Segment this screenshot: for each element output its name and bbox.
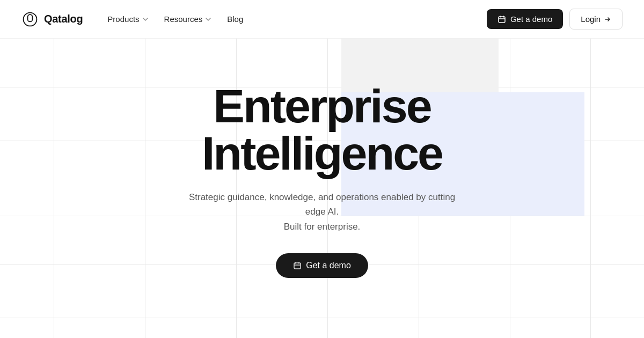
hero-subtitle-line1: Strategic guidance, knowledge, and opera…	[189, 192, 455, 217]
nav-resources[interactable]: Resources	[159, 11, 218, 27]
login-arrow-icon	[604, 16, 611, 23]
nav-calendar-icon	[497, 15, 506, 24]
nav-products-label: Products	[107, 14, 139, 24]
nav-resources-label: Resources	[164, 14, 203, 24]
hero-calendar-icon	[293, 261, 302, 270]
nav-login-label: Login	[581, 14, 601, 24]
qatalog-logo-icon	[21, 11, 39, 28]
hero-subtitle: Strategic guidance, knowledge, and opera…	[182, 190, 462, 234]
nav-blog[interactable]: Blog	[222, 11, 248, 27]
logo[interactable]: Qatalog	[21, 11, 83, 28]
logo-text: Qatalog	[44, 13, 83, 25]
hero-subtitle-line2: Built for enterprise.	[284, 222, 361, 232]
hero-title: Enterprise Intelligence	[202, 83, 442, 177]
hero-get-demo-label: Get a demo	[306, 261, 351, 270]
svg-rect-1	[294, 263, 301, 269]
nav-links: Products Resources Blog	[102, 11, 248, 27]
nav-products[interactable]: Products	[102, 11, 154, 27]
hero-section: Enterprise Intelligence Strategic guidan…	[0, 39, 644, 338]
nav-get-demo-button[interactable]: Get a demo	[487, 9, 563, 29]
hero-title-line1: Enterprise	[213, 79, 430, 133]
svg-rect-0	[499, 17, 505, 23]
products-chevron-icon	[142, 16, 149, 23]
nav-left: Qatalog Products Resources Blog	[21, 11, 248, 28]
hero-title-line2: Intelligence	[202, 127, 442, 180]
resources-chevron-icon	[204, 16, 212, 23]
nav-right: Get a demo Login	[487, 9, 623, 30]
nav-get-demo-label: Get a demo	[510, 14, 552, 24]
hero-get-demo-button[interactable]: Get a demo	[276, 253, 368, 278]
nav-blog-label: Blog	[227, 14, 243, 24]
nav-login-button[interactable]: Login	[569, 9, 623, 30]
navbar: Qatalog Products Resources Blog	[0, 0, 644, 39]
